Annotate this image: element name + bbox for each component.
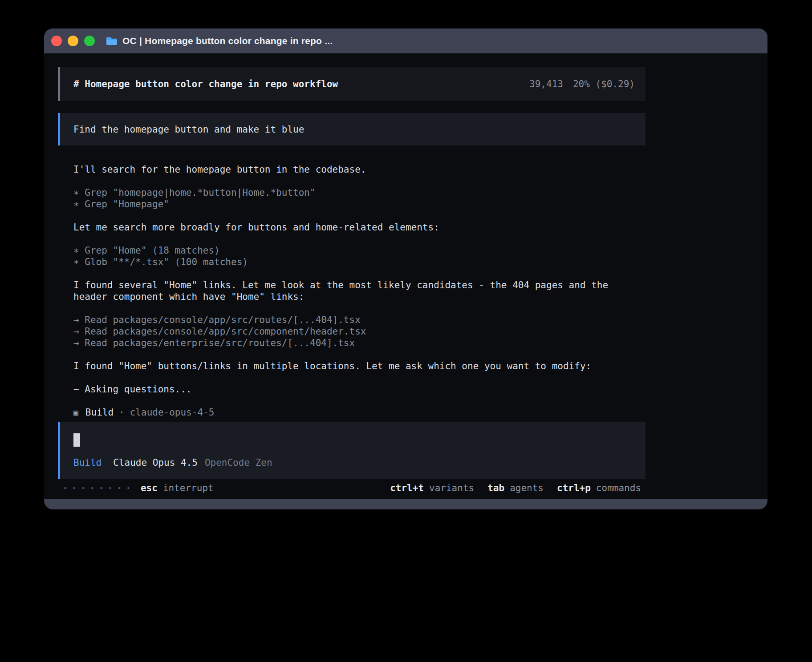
shortcut-key: ctrl+t: [390, 483, 424, 493]
user-message: Find the homepage button and make it blu…: [58, 113, 646, 145]
tool-call-line: → Read packages/console/app/src/routes/[…: [73, 314, 645, 326]
agent-model: claude-opus-4-5: [130, 407, 215, 418]
assistant-text-line: I found several "Home" links. Let me loo…: [73, 279, 645, 303]
agent-separator: ·: [119, 407, 125, 418]
shortcut-label: variants: [429, 483, 474, 493]
spacer: [73, 210, 645, 222]
terminal-content[interactable]: # Homepage button color change in repo w…: [44, 53, 767, 499]
assistant-text-line: I found "Home" buttons/links in multiple…: [73, 360, 645, 372]
session-stats: 39,413 20% ($0.29): [529, 79, 635, 89]
agent-icon: ▣: [73, 407, 78, 418]
statusbar-right: ctrl+tvariantstabagentsctrl+pcommands: [390, 483, 641, 493]
shortcut-label: agents: [510, 483, 544, 493]
statusbar-left: ········ esc interrupt: [62, 483, 214, 494]
assistant-text-line: ~ Asking questions...: [73, 383, 645, 395]
tool-call-line: → Read packages/enterprise/src/routes/[.…: [73, 337, 645, 349]
tool-call-line: ∗ Glob "**/*.tsx" (100 matches): [73, 256, 645, 268]
shortcut-label: commands: [596, 483, 641, 493]
session-title: # Homepage button color change in repo w…: [73, 79, 338, 89]
folder-icon: [106, 36, 118, 46]
assistant-text-line: Let me search more broadly for buttons a…: [73, 222, 645, 233]
token-count: 39,413: [529, 79, 563, 89]
window-title: OC | Homepage button color change in rep…: [122, 36, 333, 46]
input-mode-label: Build: [73, 457, 102, 468]
status-bar: ········ esc interrupt ctrl+tvariantstab…: [44, 479, 767, 497]
spacer: [73, 372, 645, 383]
shortcut-key: ctrl+p: [557, 483, 591, 493]
tool-call-line: ∗ Grep "homepage|home.*button|Home.*butt…: [73, 187, 645, 198]
shortcut-hint-commands: ctrl+pcommands: [557, 483, 641, 493]
shortcut-hint-interrupt: esc interrupt: [141, 483, 214, 493]
agent-status: ▣ Build · claude-opus-4-5: [73, 407, 767, 418]
session-header: # Homepage button color change in repo w…: [58, 67, 646, 101]
shortcut-hint-agents: tabagents: [487, 483, 544, 493]
transcript: I'll search for the homepage button in t…: [73, 164, 645, 395]
user-message-text: Find the homepage button and make it blu…: [73, 124, 304, 135]
minimize-button[interactable]: [68, 36, 78, 46]
spacer: [73, 303, 645, 314]
spacer: [73, 349, 645, 360]
window-titlebar[interactable]: OC | Homepage button color change in rep…: [44, 28, 767, 53]
titlebar-title-group: OC | Homepage button color change in rep…: [106, 36, 333, 46]
prompt-input[interactable]: Build Claude Opus 4.5 OpenCode Zen: [58, 422, 646, 479]
input-model-label: Claude Opus 4.5: [113, 457, 198, 468]
tool-call-line: → Read packages/console/app/src/componen…: [73, 326, 645, 337]
spinner-icon: ········: [62, 483, 134, 494]
input-meta: Build Claude Opus 4.5 OpenCode Zen: [73, 457, 635, 468]
terminal-window: OC | Homepage button color change in rep…: [44, 28, 767, 509]
shortcut-hint-variants: ctrl+tvariants: [390, 483, 474, 493]
agent-name: Build: [85, 407, 114, 418]
tool-call-line: ∗ Grep "Home" (18 matches): [73, 245, 645, 256]
text-cursor: [73, 433, 80, 447]
close-button[interactable]: [51, 36, 62, 46]
input-provider-label: OpenCode Zen: [205, 457, 272, 468]
assistant-text-line: I'll search for the homepage button in t…: [73, 164, 645, 175]
traffic-lights: [51, 36, 95, 46]
shortcut-key: tab: [487, 483, 504, 493]
spacer: [73, 268, 645, 279]
spacer: [73, 233, 645, 245]
spacer: [73, 175, 645, 187]
context-cost: 20% ($0.29): [573, 79, 635, 89]
zoom-button[interactable]: [84, 36, 95, 46]
tool-call-line: ∗ Grep "Homepage": [73, 198, 645, 210]
